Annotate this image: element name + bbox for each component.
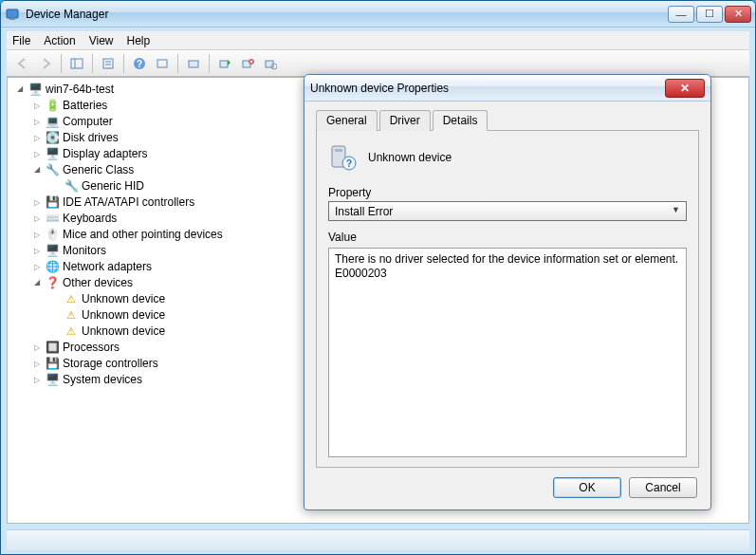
help-button[interactable]: ?	[129, 53, 150, 74]
dialog-tabs: General Driver Details	[316, 109, 699, 131]
expander-icon	[49, 325, 62, 338]
svg-text:?: ?	[137, 59, 142, 69]
dialog-titlebar[interactable]: Unknown device Properties ✕	[304, 75, 710, 102]
tab-details[interactable]: Details	[433, 110, 489, 131]
menu-view[interactable]: View	[89, 34, 114, 47]
dialog-title: Unknown device Properties	[310, 82, 665, 95]
toolbar-separator	[177, 54, 178, 73]
tree-label: win7-64b-test	[46, 82, 114, 98]
window-title: Device Manager	[26, 8, 668, 21]
svg-rect-4	[103, 59, 113, 68]
tree-label: Keyboards	[63, 211, 117, 227]
tab-general[interactable]: General	[316, 110, 378, 131]
update-driver-button[interactable]	[214, 53, 235, 74]
mouse-icon: 🖱️	[45, 228, 60, 243]
computer-icon: 🖥️	[28, 83, 43, 98]
show-hide-tree-button[interactable]	[66, 53, 87, 74]
expander-icon[interactable]	[30, 245, 43, 257]
expander-icon[interactable]	[30, 196, 43, 209]
details-panel: ? Unknown device Property Install Error …	[316, 131, 699, 468]
menu-help[interactable]: Help	[127, 34, 151, 47]
uninstall-button[interactable]	[237, 53, 258, 74]
tree-label: Disk drives	[63, 130, 119, 146]
expander-icon[interactable]	[30, 116, 43, 128]
other-icon: ❓	[45, 276, 60, 291]
menu-action[interactable]: Action	[44, 34, 75, 47]
tree-label: Monitors	[63, 243, 106, 259]
svg-rect-9	[157, 60, 167, 67]
menubar: File Action View Help	[7, 31, 749, 50]
tree-label: Generic Class	[63, 162, 134, 178]
expander-icon[interactable]	[30, 277, 43, 289]
toolbar-separator	[123, 54, 124, 73]
scan-hardware-button[interactable]	[183, 53, 204, 74]
toolbar-separator	[61, 54, 62, 73]
warning-icon	[64, 308, 79, 324]
expander-icon[interactable]	[30, 100, 43, 112]
warning-icon	[64, 324, 79, 340]
property-dropdown[interactable]: Install Error	[328, 201, 687, 221]
network-icon: 🌐	[45, 260, 60, 275]
cancel-button[interactable]: Cancel	[629, 477, 697, 498]
action-button[interactable]	[152, 53, 173, 74]
expander-icon[interactable]	[30, 213, 43, 225]
ok-button[interactable]: OK	[553, 477, 621, 498]
properties-dialog: Unknown device Properties ✕ General Driv…	[304, 74, 711, 510]
menu-file[interactable]: File	[12, 34, 30, 47]
tree-label: Mice and other pointing devices	[63, 227, 223, 243]
value-label: Value	[328, 231, 687, 244]
svg-rect-10	[189, 61, 198, 67]
disable-button[interactable]	[260, 53, 281, 74]
toolbar-separator	[92, 54, 93, 73]
tree-label: Unknown device	[82, 291, 165, 307]
storage-icon: 💾	[45, 357, 60, 372]
device-header: ? Unknown device	[328, 142, 687, 173]
svg-rect-1	[9, 19, 15, 20]
expander-icon[interactable]	[30, 148, 43, 160]
battery-icon: 🔋	[45, 99, 60, 114]
expander-icon[interactable]	[13, 83, 26, 96]
device-icon: 🔧	[64, 179, 79, 194]
svg-rect-19	[335, 149, 342, 152]
tree-label: IDE ATA/ATAPI controllers	[63, 194, 194, 211]
tree-label: Computer	[63, 114, 113, 130]
tree-label: Display adapters	[63, 146, 147, 162]
disk-icon: 💽	[45, 131, 60, 146]
back-button	[12, 53, 33, 74]
close-button[interactable]: ✕	[725, 6, 751, 23]
window-buttons: — ☐ ✕	[668, 6, 751, 23]
tree-label: Network adapters	[63, 259, 152, 275]
computer-icon: 💻	[45, 115, 60, 130]
expander-icon[interactable]	[30, 132, 43, 144]
dialog-body: General Driver Details ? Unknown device …	[304, 102, 710, 509]
expander-icon[interactable]	[30, 342, 43, 354]
device-name: Unknown device	[368, 151, 452, 164]
svg-rect-11	[220, 61, 228, 67]
forward-button	[35, 53, 56, 74]
tab-driver[interactable]: Driver	[379, 110, 431, 131]
minimize-button[interactable]: —	[668, 6, 694, 23]
maximize-button[interactable]: ☐	[696, 6, 723, 23]
expander-icon	[49, 309, 62, 322]
expander-icon[interactable]	[30, 164, 43, 176]
app-icon	[5, 7, 20, 22]
tree-label: Processors	[63, 340, 120, 356]
expander-icon[interactable]	[30, 261, 43, 273]
expander-icon[interactable]	[30, 229, 43, 241]
expander-icon	[49, 180, 62, 193]
expander-icon[interactable]	[30, 374, 43, 386]
expander-icon[interactable]	[30, 358, 43, 370]
properties-button[interactable]	[98, 53, 119, 74]
titlebar[interactable]: Device Manager — ☐ ✕	[1, 1, 755, 28]
property-selected: Install Error	[335, 205, 393, 218]
value-line: E0000203	[335, 267, 680, 281]
property-label: Property	[328, 186, 687, 199]
expander-icon	[49, 293, 62, 305]
tree-label: System devices	[63, 372, 142, 388]
value-box[interactable]: There is no driver selected for the devi…	[328, 248, 687, 457]
ide-icon: 💾	[45, 195, 60, 211]
svg-rect-2	[71, 59, 83, 68]
dialog-close-button[interactable]: ✕	[665, 79, 705, 98]
display-icon: 🖥️	[45, 147, 60, 162]
dialog-buttons: OK Cancel	[316, 468, 699, 500]
